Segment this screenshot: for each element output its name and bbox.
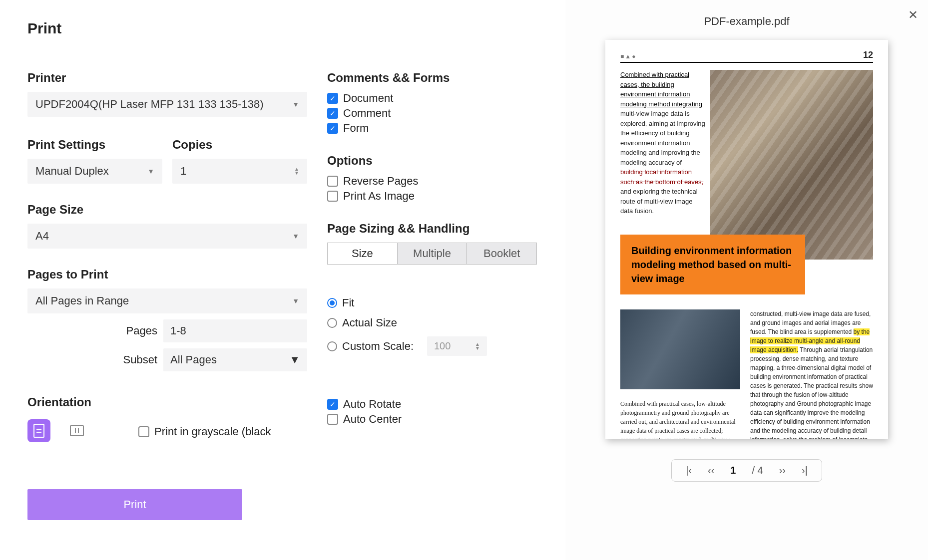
subset-dropdown[interactable]: All Pages ▼ xyxy=(163,348,307,371)
prev-page-button[interactable]: ‹‹ xyxy=(708,465,714,476)
orientation-label: Orientation xyxy=(27,395,307,409)
printer-value: UPDF2004Q(HP Laser MFP 131 133 135-138) xyxy=(35,98,264,111)
print-button[interactable]: Print xyxy=(27,489,242,520)
reverse-pages-checkbox[interactable] xyxy=(327,176,338,187)
copies-input[interactable]: 1 ▲▼ xyxy=(172,159,307,184)
preview-text-1: Combined with practical cases, the build… xyxy=(620,70,705,260)
dialog-title: Print xyxy=(27,20,545,37)
copies-value: 1 xyxy=(180,165,186,178)
page-number: 12 xyxy=(863,50,873,60)
actual-size-radio[interactable] xyxy=(327,318,337,328)
portrait-icon xyxy=(33,424,44,438)
close-icon: ✕ xyxy=(908,8,918,21)
chevron-down-icon: ▼ xyxy=(292,100,299,108)
tab-size[interactable]: Size xyxy=(328,243,398,264)
document-label: Document xyxy=(343,92,393,105)
pages-label: Pages xyxy=(27,324,157,337)
comments-forms-label: Comments && Forms xyxy=(327,71,537,85)
subset-value: All Pages xyxy=(170,353,217,366)
landscape-icon xyxy=(70,425,84,436)
orientation-portrait-button[interactable] xyxy=(27,419,50,442)
page-navigator: |‹ ‹‹ 1 / 4 ›› ›| xyxy=(671,459,822,482)
custom-scale-value: 100 xyxy=(434,340,451,352)
spinner-icon[interactable]: ▲▼ xyxy=(294,167,299,175)
pages-to-print-label: Pages to Print xyxy=(27,268,307,281)
last-page-button[interactable]: ›| xyxy=(802,465,808,476)
spinner-icon[interactable]: ▲▼ xyxy=(475,342,480,350)
printer-label: Printer xyxy=(27,71,307,85)
reverse-pages-label: Reverse Pages xyxy=(343,175,418,188)
document-checkbox[interactable]: ✓ xyxy=(327,93,338,104)
tab-multiple[interactable]: Multiple xyxy=(398,243,467,264)
copies-label: Copies xyxy=(172,138,307,152)
auto-rotate-checkbox[interactable]: ✓ xyxy=(327,399,338,410)
print-as-image-label: Print As Image xyxy=(343,190,415,203)
orientation-landscape-button[interactable] xyxy=(65,419,88,442)
custom-scale-radio[interactable] xyxy=(327,341,337,351)
custom-scale-label: Custom Scale: xyxy=(342,340,422,353)
total-pages: / 4 xyxy=(752,465,763,476)
pages-input[interactable]: 1-8 xyxy=(163,319,307,342)
pages-to-print-dropdown[interactable]: All Pages in Range ▼ xyxy=(27,288,307,313)
preview-title-text: Building environment information modelin… xyxy=(631,244,794,285)
page-sizing-label: Page Sizing && Handling xyxy=(327,222,537,236)
options-label: Options xyxy=(327,154,537,168)
preview-filename: PDF-example.pdf xyxy=(704,15,789,28)
sizing-tabbar: Size Multiple Booklet xyxy=(327,243,537,265)
preview-image-1 xyxy=(710,70,873,260)
custom-scale-input[interactable]: 100 ▲▼ xyxy=(427,336,487,356)
comment-checkbox[interactable]: ✓ xyxy=(327,108,338,119)
tab-booklet[interactable]: Booklet xyxy=(467,243,536,264)
close-button[interactable]: ✕ xyxy=(908,8,918,22)
auto-rotate-label: Auto Rotate xyxy=(343,398,401,411)
pages-value: 1-8 xyxy=(170,324,186,337)
preview-text-2: constructed, multi-view image data are f… xyxy=(750,309,873,439)
fit-radio[interactable] xyxy=(327,298,337,308)
grayscale-checkbox[interactable] xyxy=(138,426,149,437)
header-rule xyxy=(620,62,873,63)
auto-center-label: Auto Center xyxy=(343,413,402,426)
print-as-image-checkbox[interactable] xyxy=(327,191,338,202)
form-label: Form xyxy=(343,122,369,135)
chevron-down-icon: ▼ xyxy=(292,232,299,240)
first-page-button[interactable]: |‹ xyxy=(686,465,692,476)
header-shapes: ■▲● xyxy=(620,53,636,60)
form-checkbox[interactable]: ✓ xyxy=(327,123,338,134)
page-size-dropdown[interactable]: A4 ▼ xyxy=(27,224,307,249)
comment-label: Comment xyxy=(343,107,391,120)
grayscale-label: Print in grayscale (black xyxy=(154,425,271,438)
chevron-down-icon: ▼ xyxy=(147,167,154,175)
chevron-down-icon: ▼ xyxy=(292,297,299,305)
print-settings-dropdown[interactable]: Manual Duplex ▼ xyxy=(27,159,162,184)
chevron-down-icon: ▼ xyxy=(289,353,300,366)
subset-label: Subset xyxy=(27,353,157,366)
auto-center-checkbox[interactable] xyxy=(327,414,338,425)
print-settings-value: Manual Duplex xyxy=(35,165,109,178)
page-size-label: Page Size xyxy=(27,203,307,217)
current-page[interactable]: 1 xyxy=(730,465,736,476)
pages-to-print-value: All Pages in Range xyxy=(35,294,129,307)
preview-title-box: Building environment information modelin… xyxy=(620,235,805,294)
printer-dropdown[interactable]: UPDF2004Q(HP Laser MFP 131 133 135-138) … xyxy=(27,92,307,117)
preview-image-2 xyxy=(620,309,740,389)
next-page-button[interactable]: ›› xyxy=(779,465,786,476)
page-size-value: A4 xyxy=(35,230,49,243)
print-settings-label: Print Settings xyxy=(27,138,162,152)
page-preview: ■▲● 12 Combined with practical cases, th… xyxy=(605,40,888,439)
actual-size-label: Actual Size xyxy=(342,316,397,329)
fit-label: Fit xyxy=(342,296,354,309)
preview-text-3: Combined with practical cases, low-altit… xyxy=(620,399,740,439)
